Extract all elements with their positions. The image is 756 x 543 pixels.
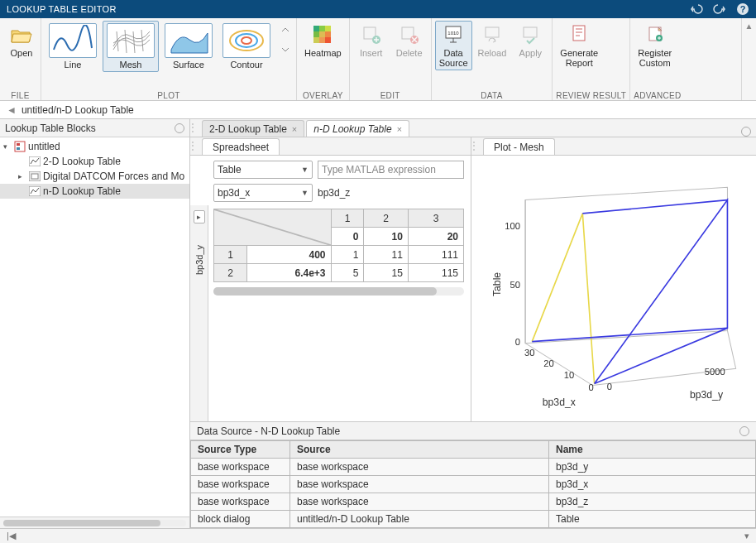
tabs-menu-icon[interactable] [741, 127, 751, 137]
plot-surface-button[interactable]: Surface [160, 21, 217, 72]
spreadsheet-table[interactable]: 1 2 3 0 10 20 1 400 [213, 209, 464, 282]
delete-icon [398, 23, 421, 46]
apply-icon [519, 23, 542, 46]
plot-line-button[interactable]: Line [45, 21, 101, 72]
tree-expand-icon[interactable]: ▸ [18, 172, 26, 180]
group-file-label: FILE [3, 89, 37, 100]
bp-y-label: bp3d_y [194, 245, 204, 275]
matlab-expression-input[interactable]: Type MATLAB expression [318, 161, 464, 179]
subsystem-icon [29, 171, 41, 182]
svg-text:1010: 1010 [447, 31, 459, 36]
svg-text:100: 100 [505, 221, 520, 231]
svg-text:0: 0 [515, 337, 520, 347]
table-row[interactable]: base workspacebase workspacebp3d_x [191, 476, 756, 493]
table-row[interactable]: base workspacebase workspacebp3d_y [191, 459, 756, 476]
svg-text:20: 20 [543, 358, 553, 368]
svg-rect-11 [313, 37, 319, 43]
svg-text:30: 30 [524, 348, 534, 358]
reload-icon [481, 23, 504, 46]
breadcrumb-path[interactable]: untitled/n-D Lookup Table [22, 104, 134, 116]
lookup-block-icon [29, 156, 41, 167]
plot-tab[interactable]: Plot - Mesh [483, 138, 555, 155]
group-overlay-label: OVERLAY [300, 89, 346, 100]
tree-hscrollbar[interactable] [3, 520, 186, 526]
svg-rect-22 [573, 26, 585, 41]
plot-mesh-button[interactable]: Mesh [103, 21, 159, 72]
breadcrumb-back-icon[interactable]: ◄ [7, 104, 17, 116]
grip-icon[interactable]: ⋮⋮ [194, 118, 202, 137]
app-title: LOOKUP TABLE EDITOR [7, 4, 117, 14]
ribbon-collapse-icon[interactable]: ▲ [745, 22, 754, 31]
tree-root[interactable]: ▾ untitled [0, 139, 189, 154]
grip-icon[interactable]: ⋮⋮ [475, 137, 483, 155]
vstrip-toggle[interactable]: ▸ [194, 210, 205, 223]
svg-point-3 [236, 34, 257, 47]
data-source-panel: Data Source - N-D Lookup Table Source Ty… [190, 422, 756, 528]
tree-collapse-icon[interactable]: ▾ [3, 142, 12, 151]
title-bar: LOOKUP TABLE EDITOR ? [0, 0, 756, 18]
svg-text:Table: Table [491, 272, 503, 296]
tree-item-nd-lookup[interactable]: n-D Lookup Table [0, 184, 189, 199]
data-source-icon: 1010 [442, 23, 465, 46]
svg-text:bp3d_x: bp3d_x [543, 396, 576, 408]
spreadsheet-tab[interactable]: Spreadsheet [202, 138, 280, 155]
report-icon [567, 23, 591, 46]
contour-plot-icon [222, 23, 270, 58]
plot-canvas[interactable]: 100 50 0 Table 30 20 10 0 bp3d_x [471, 156, 756, 421]
status-bar: |◀ ▾ [0, 528, 756, 543]
insert-icon [360, 23, 383, 46]
tab-2d-lookup[interactable]: 2-D Lookup Table × [202, 120, 304, 137]
model-icon [14, 141, 26, 152]
close-tab-icon[interactable]: × [397, 124, 402, 134]
open-button[interactable]: Open [3, 21, 40, 60]
data-source-button[interactable]: 1010 Data Source [435, 21, 472, 70]
bp-x-dropdown[interactable]: bp3d_x▼ [213, 184, 313, 202]
svg-rect-9 [319, 31, 325, 37]
register-custom-button[interactable]: Register Custom [634, 21, 676, 70]
line-plot-icon [49, 23, 97, 58]
plot-gallery-expand[interactable] [276, 21, 293, 59]
surface-plot-icon [165, 23, 213, 58]
panel-menu-icon[interactable] [175, 123, 184, 133]
close-tab-icon[interactable]: × [292, 124, 297, 134]
svg-rect-26 [17, 143, 20, 146]
apply-button: Apply [512, 21, 548, 60]
undo-icon[interactable] [690, 2, 703, 16]
tree-panel: Lookup Table Blocks ▾ untitled 2-D Looku… [0, 119, 190, 528]
generate-report-button[interactable]: Generate Report [556, 21, 602, 70]
heatmap-button[interactable]: Heatmap [300, 21, 346, 60]
register-icon [644, 23, 667, 46]
svg-point-4 [242, 37, 251, 44]
svg-line-32 [214, 209, 331, 245]
grip-icon[interactable]: ⋮⋮ [194, 137, 202, 155]
svg-rect-6 [319, 26, 325, 31]
data-source-title: Data Source - N-D Lookup Table [197, 425, 340, 437]
table-row[interactable]: block dialoguntitled/n-D Lookup TableTab… [191, 511, 756, 528]
panel-menu-icon[interactable] [739, 426, 749, 436]
status-prev-icon[interactable]: |◀ [7, 531, 16, 541]
bp-z-label: bp3d_z [318, 187, 350, 199]
tree-title: Lookup Table Blocks [5, 123, 96, 134]
svg-text:5000: 5000 [705, 367, 725, 377]
svg-rect-27 [17, 147, 20, 150]
tab-nd-lookup[interactable]: n-D Lookup Table × [306, 120, 409, 137]
svg-rect-5 [313, 26, 319, 31]
status-collapse-icon[interactable]: ▾ [744, 531, 749, 541]
redo-icon[interactable] [713, 2, 726, 16]
sheet-hscrollbar[interactable] [213, 287, 464, 296]
insert-button: Insert [353, 21, 390, 60]
group-plot-label: PLOT [45, 89, 293, 100]
svg-rect-7 [325, 26, 331, 31]
tree-item-datcom[interactable]: ▸ Digital DATCOM Forces and Mo [0, 169, 189, 184]
group-advanced-label: ADVANCED [634, 89, 681, 100]
document-tabs: ⋮⋮ 2-D Lookup Table × n-D Lookup Table × [190, 119, 756, 137]
plot-contour-button[interactable]: Contour [218, 21, 275, 72]
group-data-label: DATA [435, 89, 549, 100]
help-icon[interactable]: ? [736, 2, 749, 16]
svg-rect-13 [325, 37, 331, 43]
table-dropdown[interactable]: Table▼ [213, 161, 313, 179]
delete-button: Delete [391, 21, 428, 60]
tree-item-2d-lookup[interactable]: 2-D Lookup Table [0, 154, 189, 169]
svg-rect-8 [313, 31, 319, 37]
table-row[interactable]: base workspacebase workspacebp3d_z [191, 493, 756, 511]
